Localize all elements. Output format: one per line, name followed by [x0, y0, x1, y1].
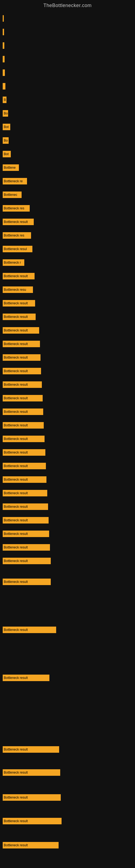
bar: Bottleneck result [3, 842, 58, 848]
bar-row: Bottleneck result [3, 490, 47, 496]
bar-label: Bottleneck re [4, 179, 23, 183]
bar-row: Bottleneck result [3, 381, 42, 388]
bar-row: Bottleneck result [3, 327, 39, 334]
bar-label: Bottleneck result [4, 437, 28, 441]
bar-row: Bottleneck result [3, 746, 59, 753]
bars-container: BBoBotBoBotBottleneBottleneck reBottlene… [0, 10, 135, 867]
bar-row: Bottleneck result [3, 675, 49, 681]
bar-row: Bottleneck result [3, 544, 50, 551]
bar-row: B [3, 97, 6, 103]
bar-row: Bo [3, 137, 9, 144]
bar: Bottleneck resu [3, 286, 33, 293]
bar-row: Bot [3, 124, 10, 130]
bar [3, 83, 5, 90]
bar: Bottleneck result [3, 818, 61, 824]
bar-row [3, 29, 4, 35]
bar-label: Bottleneck result [4, 451, 28, 454]
site-title: TheBottlenecker.com [0, 0, 135, 10]
bar-row: Bottleneck result [3, 341, 40, 347]
bar-row: Bottleneck result [3, 354, 41, 361]
bar-row: Bottleneck result [3, 219, 34, 225]
bar-row: Bottleneck result [3, 794, 61, 801]
bar-label: Bottleneck result [4, 383, 28, 386]
bar-label: Bottleneck result [4, 843, 28, 847]
bar-label: Bottleneck result [4, 301, 28, 305]
bar: Bottleneck r [3, 259, 24, 266]
bar-row [3, 56, 5, 62]
bar-label: Bottleneck resul [4, 247, 27, 251]
bar-label: Bottleneck result [4, 369, 28, 373]
bar-label: Bottleneck res [4, 207, 24, 210]
bar-label: Bottleneck result [4, 355, 28, 360]
bar-row: Bottleneck result [3, 769, 60, 776]
bar: Bottleneck res [3, 232, 31, 239]
bar: Bottleneck resul [3, 246, 32, 252]
bar-label: Bottleneck result [4, 771, 28, 774]
bar-label: Bo [4, 138, 8, 143]
bar-row: Bottleneck result [3, 395, 43, 401]
bar: Bottleneck result [3, 436, 45, 442]
bar: Bottleneck result [3, 463, 46, 469]
bar: Bottleneck result [3, 341, 40, 347]
bar-row: Bottleneck resu [3, 286, 33, 293]
bar: Bot [3, 151, 11, 157]
bar-row: Bottleneck res [3, 232, 31, 239]
bar: Bottleneck result [3, 381, 42, 388]
bar-row: Bottleneck result [3, 579, 51, 585]
bar: Bottleneck result [3, 300, 35, 307]
bar: Bottleneck result [3, 558, 51, 564]
bar-row: Bottleneck result [3, 463, 46, 469]
bar: Bottleneck result [3, 354, 41, 361]
bar [3, 56, 5, 62]
bar-label: Bottleneck result [4, 424, 28, 427]
bar-label: Bottleneck result [4, 410, 28, 414]
bar-row: Bottlene [3, 164, 19, 171]
bar-row: Bottleneck result [3, 818, 61, 824]
bar: Bottleneck result [3, 627, 56, 633]
bar [3, 15, 4, 22]
bar-row: Bottleneck result [3, 408, 43, 415]
bar: Bottleneck result [3, 449, 45, 456]
bar-label: B [4, 98, 6, 102]
bar-row: Bottleneck result [3, 558, 51, 564]
bar-row: Bottleneck resul [3, 246, 32, 252]
bar-label: Bottleneck result [4, 796, 28, 799]
bar-row: Bottleneck result [3, 531, 49, 537]
bar: Bottleneck result [3, 675, 49, 681]
bar-row: Bottleneck result [3, 368, 41, 374]
bar-row [3, 83, 5, 90]
bar [3, 29, 4, 35]
bar-label: Bottleneck result [4, 505, 28, 508]
bar: Bottleneck result [3, 327, 39, 334]
bar-row: Bottleneck result [3, 627, 56, 633]
bar-label: Bot [4, 152, 9, 156]
bar: Bottleneck result [3, 490, 47, 496]
bar: Bottleneck result [3, 503, 48, 510]
bar-label: Bottleneck result [4, 478, 28, 482]
bar: Bottleneck result [3, 314, 36, 320]
bar-label: Bottleneck result [4, 396, 28, 400]
bar-row: Bottleneck result [3, 273, 35, 279]
bar-row: Bottleneck result [3, 300, 35, 307]
bar-label: Bottleneck result [4, 491, 28, 495]
bar-row: Bo [3, 110, 8, 117]
bar-label: Bo [4, 112, 8, 115]
bar: Bottleneck result [3, 408, 43, 415]
bar-label: Bottleneck result [4, 559, 28, 563]
bar-row: Bottleneck result [3, 449, 45, 456]
bar-label: Bottleneck result [4, 342, 28, 346]
bar: Bottleneck result [3, 544, 50, 551]
bar-row [3, 69, 5, 76]
bar [3, 69, 5, 76]
bar: Bottleneck result [3, 422, 44, 429]
bar-row: Bot [3, 151, 11, 157]
bar: Bottleneck result [3, 794, 61, 801]
bar: Bottleneck res [3, 205, 30, 212]
bar-label: Bottlenec [4, 193, 17, 197]
bar-row: Bottlenec [3, 191, 21, 198]
bar-label: Bottleneck result [4, 676, 28, 680]
bar: Bottleneck result [3, 746, 59, 753]
bar: Bottleneck result [3, 531, 49, 537]
bar-label: Bottleneck result [4, 628, 28, 632]
bar-label: Bottleneck result [4, 819, 28, 823]
